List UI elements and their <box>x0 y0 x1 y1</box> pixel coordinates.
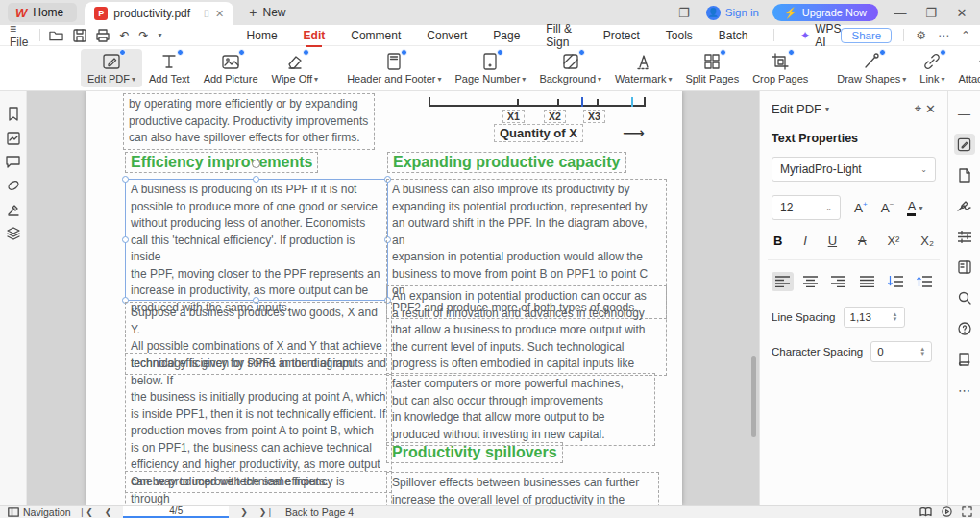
print-icon[interactable] <box>96 29 110 42</box>
close-button[interactable]: ✕ <box>953 6 970 20</box>
rotate-handle[interactable] <box>252 160 260 168</box>
increase-font-button[interactable]: A+ <box>854 200 868 215</box>
subscript-button[interactable]: X₂ <box>920 234 934 248</box>
underline-button[interactable]: U <box>828 234 837 248</box>
align-left-button[interactable] <box>772 272 794 291</box>
collapse-panel-icon[interactable]: — <box>954 103 975 124</box>
stamps-panel-icon[interactable] <box>7 203 20 216</box>
add-text-button[interactable]: Add Text <box>142 49 197 87</box>
vertical-scrollbar[interactable] <box>751 356 756 437</box>
minimize-button[interactable]: — <box>892 6 909 20</box>
watermark-button[interactable]: Watermark▾ <box>608 49 678 87</box>
align-justify-button[interactable] <box>856 272 878 291</box>
document-area[interactable]: by operating more efficiently or by expa… <box>27 91 759 505</box>
file-menu[interactable]: ≡ File <box>10 22 30 49</box>
edit-pdf-button[interactable]: Edit PDF▾ <box>81 49 142 87</box>
paragraph-spillover[interactable]: Spillover effects between businesses can… <box>386 472 659 505</box>
line-spacing-input[interactable]: 1,13 ▲▼ <box>844 307 905 328</box>
attachments-panel-icon[interactable] <box>7 179 20 192</box>
comments-panel-icon[interactable] <box>6 156 20 168</box>
paragraph-innovation[interactable]: An expansion in potential production can… <box>386 285 667 376</box>
dictionary-icon[interactable] <box>954 349 975 370</box>
crop-pages-button[interactable]: Crop Pages <box>746 49 815 87</box>
undo-icon[interactable]: ↶ <box>119 29 129 42</box>
strikethrough-button[interactable]: A <box>858 234 867 248</box>
home-tab[interactable]: W Home <box>8 3 77 22</box>
read-mode-icon[interactable] <box>919 507 932 517</box>
export-tool-icon[interactable] <box>954 164 975 185</box>
header-footer-button[interactable]: Header and Footer▾ <box>340 49 448 87</box>
background-button[interactable]: Background▾ <box>532 49 608 87</box>
collapse-ribbon-icon[interactable]: ⌃ <box>961 29 970 42</box>
paragraph-microeconomic[interactable]: One way to improve technical efficiency … <box>125 471 392 505</box>
play-presentation-icon[interactable] <box>942 506 952 517</box>
thumbnails-panel-icon[interactable] <box>7 132 20 145</box>
back-to-page-button[interactable]: Back to Page 4 <box>285 506 354 518</box>
font-color-button[interactable]: A ▾ <box>907 200 922 216</box>
pin-icon[interactable]: ⌖ <box>915 101 921 116</box>
heading-productivity-spillovers[interactable]: Productivity spillovers <box>386 442 563 463</box>
paragraph-technical-efficiency[interactable]: A business is producing on its PPF if it… <box>126 180 387 318</box>
share-button[interactable]: Share <box>841 28 892 43</box>
next-page-button[interactable]: ❯ <box>240 507 248 517</box>
page-number-button[interactable]: Page Number▾ <box>448 49 532 87</box>
tab-preview-icon[interactable]: ⌷ <box>203 8 209 20</box>
split-pages-button[interactable]: Split Pages <box>679 49 747 87</box>
new-tab-button[interactable]: + New <box>249 5 285 20</box>
bold-button[interactable]: B <box>773 234 782 248</box>
wipe-off-button[interactable]: Wipe Off▾ <box>265 49 326 87</box>
panel-close-icon[interactable]: ✕ <box>925 102 936 116</box>
edit-tool-icon[interactable] <box>954 134 975 155</box>
link-button[interactable]: Link▾ <box>913 49 951 87</box>
help-icon[interactable] <box>954 318 975 339</box>
character-spacing-input[interactable]: 0 ▲▼ <box>870 341 932 362</box>
save-icon[interactable] <box>73 29 86 42</box>
navigation-toggle[interactable]: Navigation <box>0 506 79 518</box>
draw-shapes-button[interactable]: Draw Shapes▾ <box>830 49 913 87</box>
x1-label[interactable]: X1 <box>502 110 525 123</box>
bookmarks-panel-icon[interactable] <box>7 107 20 121</box>
tab-close-icon[interactable]: ✕ <box>215 8 224 20</box>
panel-title-caret-icon[interactable]: ▾ <box>825 105 829 113</box>
last-page-button[interactable]: ❯❘ <box>259 507 274 517</box>
heading-expanding-capacity[interactable]: Expanding productive capacity <box>387 152 626 173</box>
tab-batch[interactable]: Batch <box>719 29 748 42</box>
tab-edit[interactable]: Edit <box>304 29 326 42</box>
more-options-icon[interactable]: ⋯ <box>938 29 949 42</box>
x3-label[interactable]: X3 <box>583 110 605 123</box>
fullscreen-icon[interactable] <box>962 506 972 517</box>
tab-comment[interactable]: Comment <box>351 29 401 42</box>
attachment-button[interactable]: Attachment <box>952 49 980 87</box>
x2-label[interactable]: X2 <box>544 110 566 123</box>
pdf-page[interactable]: by operating more efficiently or by expa… <box>86 91 682 505</box>
superscript-button[interactable]: X² <box>887 234 899 248</box>
align-center-button[interactable] <box>799 272 821 291</box>
paragraph-intro[interactable]: by operating more efficiently or by expa… <box>123 93 375 150</box>
character-spacing-stepper[interactable]: ▲▼ <box>919 347 925 357</box>
settings-gear-icon[interactable]: ⚙ <box>916 29 926 42</box>
add-picture-button[interactable]: Add Picture <box>197 49 265 87</box>
selected-text-box[interactable]: A business is producing on its PPF if it… <box>125 179 388 301</box>
previous-page-button[interactable]: ❮ <box>105 507 112 517</box>
page-organize-icon[interactable] <box>954 257 975 278</box>
heading-efficiency-improvements[interactable]: Efficiency improvements <box>125 152 318 173</box>
page-indicator-input[interactable]: 4/5 <box>123 506 229 518</box>
decrease-font-button[interactable]: A− <box>881 200 894 215</box>
first-page-button[interactable]: ❘❮ <box>79 507 93 517</box>
search-icon[interactable] <box>954 287 975 308</box>
signature-tool-icon[interactable] <box>954 195 975 216</box>
tab-home[interactable]: Home <box>247 29 278 42</box>
sign-in-button[interactable]: 👤 Sign in <box>706 6 759 20</box>
italic-button[interactable]: I <box>803 234 807 248</box>
quick-access-caret-icon[interactable]: ▾ <box>159 31 162 39</box>
more-tools-icon[interactable]: ⋯ <box>954 380 975 401</box>
tab-protect[interactable]: Protect <box>603 29 640 42</box>
workspace-icon[interactable]: ❐ <box>675 6 693 20</box>
decrease-line-spacing-button[interactable] <box>913 272 936 291</box>
redo-icon[interactable]: ↷ <box>139 29 149 42</box>
wps-ai-button[interactable]: ✦ WPS AI <box>800 22 841 49</box>
increase-line-spacing-button[interactable] <box>884 272 907 291</box>
restore-button[interactable]: ❐ <box>922 6 940 20</box>
tab-fill-sign[interactable]: Fill & Sign <box>546 22 576 49</box>
paragraph-capital[interactable]: faster computers or more powerful machin… <box>386 373 655 446</box>
